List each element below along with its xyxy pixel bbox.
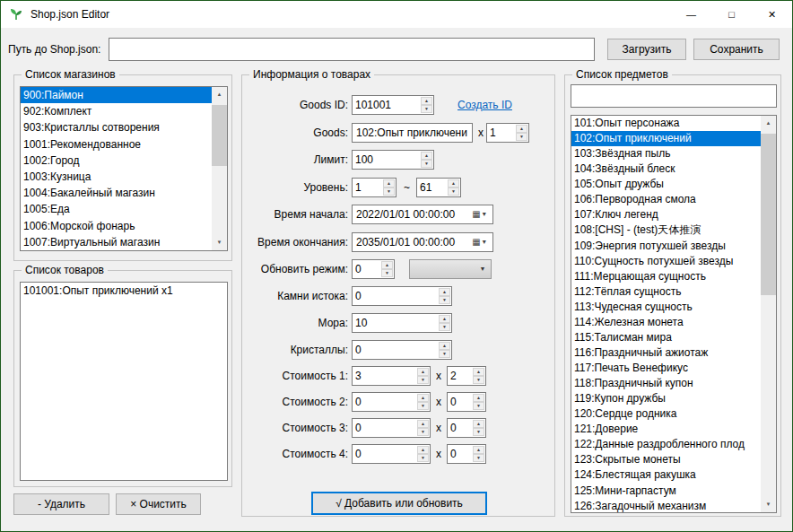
create-id-link[interactable]: Создать ID <box>458 95 512 115</box>
spin-up-button[interactable]: ▲ <box>448 179 459 188</box>
list-item[interactable]: 1005:Еда <box>21 201 212 217</box>
refresh-mode-spinner[interactable]: 0 ▲▼ <box>352 259 395 279</box>
cost2-count-value[interactable]: 0 <box>448 393 472 411</box>
list-item[interactable]: 1006:Морской фонарь <box>21 218 212 234</box>
list-item[interactable]: 101001:Опыт приключений x1 <box>21 283 227 299</box>
goods-count-value[interactable]: 1 <box>487 124 515 142</box>
list-item[interactable]: 1001:Рекомендованное <box>21 136 212 153</box>
list-item[interactable]: 1002:Город <box>21 153 212 169</box>
list-item[interactable]: 115:Талисман мира <box>571 330 761 345</box>
crystal-spinner[interactable]: 0 ▲▼ <box>352 340 452 360</box>
scroll-down-icon[interactable]: ▼ <box>212 235 227 250</box>
cost3-count-spinner[interactable]: 0 ▲▼ <box>447 418 486 438</box>
cost1-id-spinner[interactable]: 3 ▲▼ <box>352 366 431 386</box>
shops-scrollbar[interactable]: ▲ ▼ <box>212 87 227 250</box>
list-item[interactable]: 900:Паймон <box>21 87 212 103</box>
list-item[interactable]: 108:[CHS] - (test)天体推演 <box>571 222 761 238</box>
list-item[interactable]: 102:Опыт приключений <box>571 131 761 146</box>
spin-down-button[interactable]: ▼ <box>417 402 429 410</box>
list-item[interactable]: 1004:Бакалейный магазин <box>21 185 212 201</box>
goods-id-value[interactable]: 101001 <box>353 96 420 114</box>
cost3-id-value[interactable]: 0 <box>353 419 416 437</box>
list-item[interactable]: 120:Сердце родника <box>571 406 761 422</box>
delete-button[interactable]: - Удалить <box>13 493 109 515</box>
cost1-count-value[interactable]: 2 <box>448 367 472 385</box>
spin-up-button[interactable]: ▲ <box>383 179 395 188</box>
spin-up-button[interactable]: ▲ <box>381 261 393 269</box>
list-item[interactable]: 122:Данные раздробленного плод <box>571 437 761 452</box>
spin-up-button[interactable]: ▲ <box>473 420 484 428</box>
list-item[interactable]: 114:Железная монета <box>571 315 761 330</box>
list-item[interactable]: 106:Первородная смола <box>571 192 761 207</box>
spin-down-button[interactable]: ▼ <box>516 133 527 141</box>
list-item[interactable]: 113:Чудесная сущность <box>571 300 761 315</box>
goods-count-spinner[interactable]: 1 ▲▼ <box>486 123 529 143</box>
list-item[interactable]: 1003:Кузница <box>21 169 212 185</box>
spin-up-button[interactable]: ▲ <box>473 368 484 376</box>
refresh-mode-value[interactable]: 0 <box>353 260 380 278</box>
list-item[interactable]: 110:Сущность потухшей звезды <box>571 254 761 269</box>
calendar-dropdown-button[interactable]: ▦ ▾ <box>466 205 492 223</box>
cost4-count-spinner[interactable]: 0 ▲▼ <box>447 444 486 464</box>
list-item[interactable]: 121:Доверие <box>571 422 761 437</box>
level-max-value[interactable]: 61 <box>417 179 447 196</box>
refresh-mode-combobox[interactable]: ▼ <box>409 259 492 279</box>
spin-up-button[interactable]: ▲ <box>439 342 450 350</box>
list-item[interactable]: 119:Купон дружбы <box>571 391 761 406</box>
list-item[interactable]: 101:Опыт персонажа <box>571 116 761 131</box>
list-item[interactable]: 126:Загадочный механизм <box>571 499 761 512</box>
spin-up-button[interactable]: ▲ <box>421 152 432 160</box>
spin-down-button[interactable]: ▼ <box>473 428 484 436</box>
add-or-update-button[interactable]: √ Добавить или обновить <box>311 492 487 515</box>
scroll-down-icon[interactable]: ▼ <box>761 497 776 512</box>
cost2-id-spinner[interactable]: 0 ▲▼ <box>352 392 431 412</box>
spin-down-button[interactable]: ▼ <box>417 454 429 462</box>
level-max-spinner[interactable]: 61 ▲▼ <box>416 178 461 197</box>
end-time-picker[interactable]: 2035/01/01 00:00:00 ▦ ▾ <box>352 232 493 252</box>
save-button[interactable]: Сохранить <box>693 39 780 60</box>
spin-up-button[interactable]: ▲ <box>473 394 484 402</box>
list-item[interactable]: 117:Печать Венефикус <box>571 361 761 376</box>
spin-down-button[interactable]: ▼ <box>417 428 429 436</box>
spin-down-button[interactable]: ▼ <box>448 188 459 196</box>
spin-up-button[interactable]: ▲ <box>439 315 450 323</box>
chevron-down-icon[interactable]: ▼ <box>475 260 491 278</box>
path-input[interactable] <box>109 38 595 61</box>
load-button[interactable]: Загрузить <box>607 39 686 60</box>
list-item[interactable]: 123:Скрытые монеты <box>571 452 761 467</box>
spin-down-button[interactable]: ▼ <box>381 269 393 277</box>
list-item[interactable]: 105:Опыт дружбы <box>571 177 761 192</box>
cost1-id-value[interactable]: 3 <box>353 367 416 385</box>
spin-down-button[interactable]: ▼ <box>473 376 484 384</box>
level-min-value[interactable]: 1 <box>353 179 382 196</box>
spin-down-button[interactable]: ▼ <box>473 454 484 462</box>
spin-down-button[interactable]: ▼ <box>439 350 450 358</box>
goods-id-spinner[interactable]: 101001 ▲▼ <box>352 95 434 115</box>
list-item[interactable]: 125:Мини-гарпастум <box>571 484 761 499</box>
cost1-count-spinner[interactable]: 2 ▲▼ <box>447 366 486 386</box>
list-item[interactable]: 118:Праздничный купон <box>571 376 761 391</box>
limit-spinner[interactable]: 100 ▲▼ <box>352 150 434 170</box>
spin-up-button[interactable]: ▲ <box>473 446 484 454</box>
spin-up-button[interactable]: ▲ <box>417 446 429 454</box>
limit-value[interactable]: 100 <box>353 151 420 169</box>
spin-down-button[interactable]: ▼ <box>439 323 450 331</box>
spin-up-button[interactable]: ▲ <box>417 420 429 428</box>
list-item[interactable]: 111:Мерцающая сущность <box>571 269 761 284</box>
scroll-up-icon[interactable]: ▲ <box>212 87 227 102</box>
begin-time-value[interactable]: 2022/01/01 00:00:00 <box>353 205 466 223</box>
list-item[interactable]: 1007:Виртуальный магазин <box>21 234 212 250</box>
primogem-value[interactable]: 0 <box>353 287 438 305</box>
level-min-spinner[interactable]: 1 ▲▼ <box>352 178 396 197</box>
begin-time-picker[interactable]: 2022/01/01 00:00:00 ▦ ▾ <box>352 205 493 224</box>
scroll-up-icon[interactable]: ▲ <box>761 116 776 131</box>
item-search-input[interactable] <box>571 84 777 108</box>
cost3-count-value[interactable]: 0 <box>448 419 472 437</box>
spin-down-button[interactable]: ▼ <box>421 105 432 113</box>
mora-value[interactable]: 10 <box>353 314 438 332</box>
list-item[interactable]: 109:Энергия потухшей звезды <box>571 239 761 254</box>
spin-up-button[interactable]: ▲ <box>439 288 450 296</box>
list-item[interactable]: 902:Комплект <box>21 103 212 119</box>
close-button[interactable]: ✕ <box>752 1 792 28</box>
end-time-value[interactable]: 2035/01/01 00:00:00 <box>353 233 466 251</box>
